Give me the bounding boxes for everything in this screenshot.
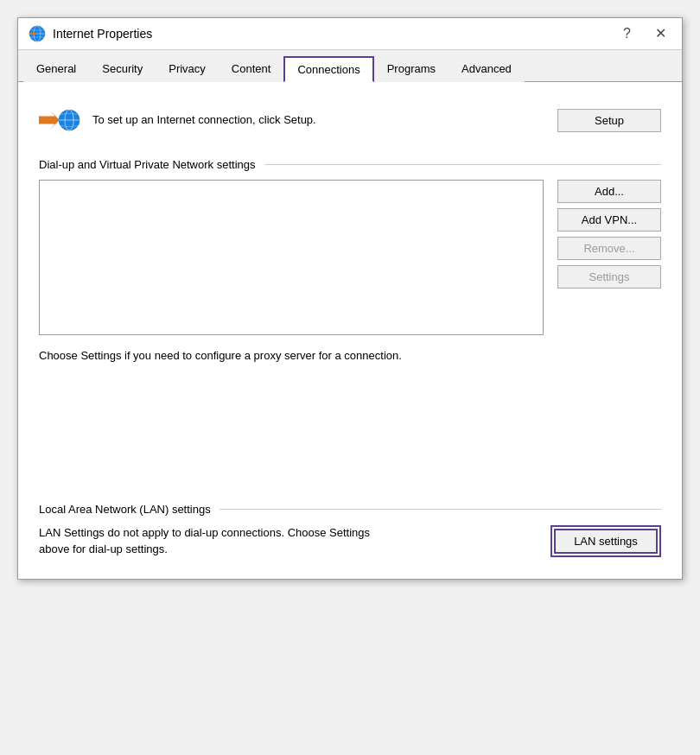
help-button[interactable]: ? xyxy=(618,25,636,42)
tab-content[interactable]: Content xyxy=(219,56,284,82)
tabs-bar: General Security Privacy Content Connect… xyxy=(18,50,682,82)
setup-section: To set up an Internet connection, click … xyxy=(39,99,661,141)
setup-description: To set up an Internet connection, click … xyxy=(92,112,316,128)
tab-security[interactable]: Security xyxy=(89,56,156,82)
vpn-section-header: Dial-up and Virtual Private Network sett… xyxy=(39,158,661,171)
title-bar-controls: ? ✕ xyxy=(618,25,671,42)
tab-privacy[interactable]: Privacy xyxy=(156,56,219,82)
close-button[interactable]: ✕ xyxy=(650,25,671,42)
spacer xyxy=(39,382,661,451)
window-title: Internet Properties xyxy=(53,27,152,41)
vpn-buttons: Add... Add VPN... Remove... Settings xyxy=(557,180,661,335)
lan-section: Local Area Network (LAN) settings LAN Se… xyxy=(39,503,661,558)
add-vpn-button[interactable]: Add VPN... xyxy=(557,208,661,232)
internet-icon xyxy=(39,99,80,141)
title-bar: Internet Properties ? ✕ xyxy=(18,18,682,50)
tab-advanced[interactable]: Advanced xyxy=(449,56,525,82)
tab-programs[interactable]: Programs xyxy=(374,56,449,82)
proxy-description: Choose Settings if you need to configure… xyxy=(39,347,462,365)
lan-settings-button[interactable]: LAN settings xyxy=(554,529,658,554)
add-button[interactable]: Add... xyxy=(557,180,661,203)
tab-general[interactable]: General xyxy=(23,56,89,82)
vpn-listbox[interactable] xyxy=(39,180,544,335)
setup-left: To set up an Internet connection, click … xyxy=(39,99,316,141)
internet-properties-window: Internet Properties ? ✕ General Security… xyxy=(17,17,683,580)
lan-button-highlight: LAN settings xyxy=(550,525,661,557)
app-icon xyxy=(29,25,46,42)
tab-content-area: To set up an Internet connection, click … xyxy=(18,82,682,579)
lan-section-header: Local Area Network (LAN) settings xyxy=(39,503,661,516)
vpn-section: Add... Add VPN... Remove... Settings xyxy=(39,180,661,335)
lan-description: LAN Settings do not apply to dial-up con… xyxy=(39,524,402,558)
svg-marker-6 xyxy=(39,111,60,130)
lan-content: LAN Settings do not apply to dial-up con… xyxy=(39,524,661,558)
remove-button[interactable]: Remove... xyxy=(557,237,661,260)
setup-button[interactable]: Setup xyxy=(557,109,661,132)
tab-connections[interactable]: Connections xyxy=(283,56,373,82)
settings-button[interactable]: Settings xyxy=(557,265,661,289)
title-bar-left: Internet Properties xyxy=(29,25,152,42)
